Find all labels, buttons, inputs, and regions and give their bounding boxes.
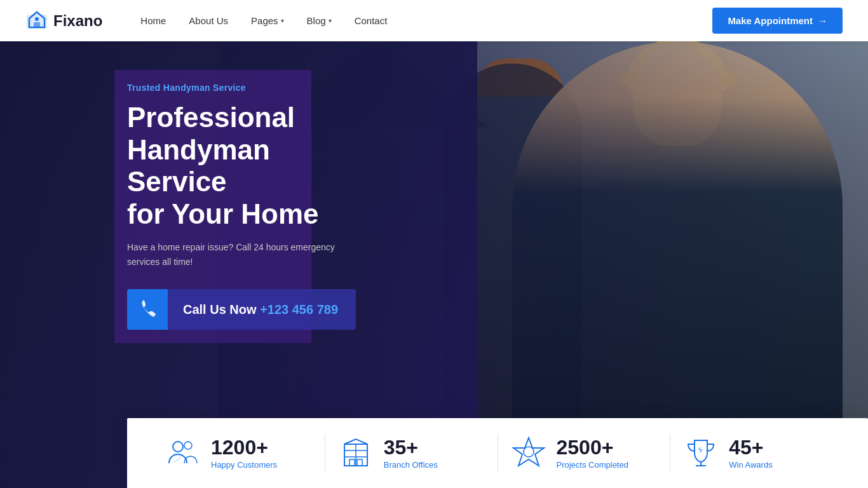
hero-trusted-label: Trusted Handyman Service — [127, 83, 369, 93]
svg-point-2 — [173, 442, 183, 452]
svg-point-1 — [35, 17, 39, 21]
call-now-button[interactable]: Call Us Now +123 456 789 — [127, 289, 356, 330]
hero-content: Trusted Handyman Service Professional Ha… — [127, 83, 369, 330]
svg-point-11 — [524, 447, 534, 457]
stat-number-projects: 2500+ — [557, 437, 628, 458]
pages-chevron-icon: ▾ — [281, 17, 284, 24]
stat-info-customers: 1200+ Happy Customers — [211, 437, 277, 470]
badge-icon — [511, 435, 546, 471]
nav-home[interactable]: Home — [140, 15, 166, 26]
stat-info-offices: 35+ Branch Offices — [384, 437, 438, 470]
svg-rect-9 — [357, 459, 362, 466]
stat-branch-offices: 35+ Branch Offices — [338, 435, 485, 471]
svg-marker-10 — [513, 438, 544, 466]
call-btn-text: Call Us Now +123 456 789 — [168, 302, 353, 317]
stat-divider-3 — [670, 434, 670, 472]
stat-label-awards: Win Awards — [729, 460, 772, 470]
stat-divider-1 — [325, 434, 325, 472]
logo[interactable]: Fixano — [25, 10, 102, 32]
stat-label-offices: Branch Offices — [384, 460, 438, 470]
stat-label-customers: Happy Customers — [211, 460, 277, 470]
nav-blog[interactable]: Blog ▾ — [307, 15, 332, 26]
stat-info-projects: 2500+ Projects Completed — [557, 437, 628, 470]
nav-pages[interactable]: Pages ▾ — [251, 15, 284, 26]
nav-links: Home About Us Pages ▾ Blog ▾ Contact — [140, 15, 712, 26]
person-group-icon — [165, 435, 201, 471]
make-appointment-button[interactable]: Make Appointment → — [712, 8, 843, 34]
logo-icon — [25, 10, 48, 32]
hero-section: Fixano Home About Us Pages ▾ Blog ▾ Cont… — [0, 0, 868, 488]
navbar: Fixano Home About Us Pages ▾ Blog ▾ Cont… — [0, 0, 868, 41]
stat-number-awards: 45+ — [729, 437, 772, 458]
nav-contact[interactable]: Contact — [355, 15, 388, 26]
stat-happy-customers: 1200+ Happy Customers — [165, 435, 312, 471]
svg-rect-8 — [349, 459, 355, 466]
phone-icon-box — [127, 289, 168, 330]
phone-icon — [137, 299, 158, 320]
stat-number-offices: 35+ — [384, 437, 438, 458]
stat-info-awards: 45+ Win Awards — [729, 437, 772, 470]
stats-bar: 1200+ Happy Customers 35+ Branch Offices — [127, 418, 868, 488]
hero-subtitle: Have a home repair issue? Call 24 hours … — [127, 240, 343, 269]
arrow-icon: → — [818, 15, 827, 26]
call-number: +123 456 789 — [260, 302, 338, 316]
svg-point-3 — [184, 442, 192, 449]
nav-about[interactable]: About Us — [189, 15, 228, 26]
blog-chevron-icon: ▾ — [329, 17, 332, 24]
trophy-icon — [683, 435, 719, 471]
logo-text: Fixano — [53, 12, 102, 30]
building-icon — [338, 435, 374, 471]
stat-projects: 2500+ Projects Completed — [511, 435, 658, 471]
stat-number-customers: 1200+ — [211, 437, 277, 458]
stat-divider-2 — [498, 434, 498, 472]
hero-title: Professional Handyman Service for Your H… — [127, 102, 369, 230]
stat-awards: 45+ Win Awards — [683, 435, 830, 471]
stat-label-projects: Projects Completed — [557, 460, 628, 470]
